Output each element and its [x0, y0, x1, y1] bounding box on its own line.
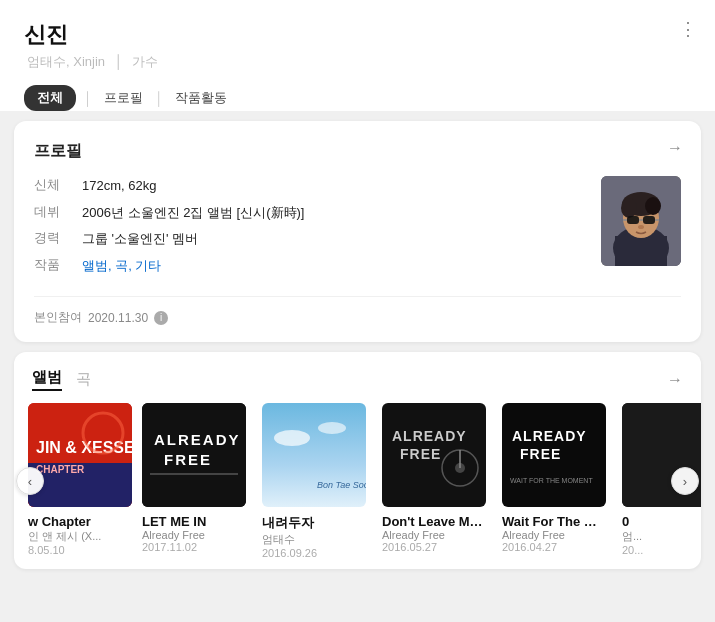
album-art-chapter: JIN & XESSE CHAPTER	[28, 403, 132, 507]
svg-point-23	[274, 430, 310, 446]
album-title-3: Don't Leave Me Now	[382, 514, 486, 529]
profile-value-body: 172cm, 62kg	[82, 176, 156, 196]
page: 신진 엄태수, Xinjin │ 가수 ⋮ 전체 │ 프로필 │ 작품활동 프로…	[0, 0, 715, 569]
album-art-dont-leave: ALREADY FREE	[382, 403, 486, 507]
svg-text:WAIT FOR THE MOMENT: WAIT FOR THE MOMENT	[510, 477, 593, 484]
svg-text:CHAPTER: CHAPTER	[36, 464, 85, 475]
album-title-2: 내려두자	[262, 514, 366, 532]
svg-point-24	[318, 422, 346, 434]
carousel-next-button[interactable]: ›	[671, 467, 699, 495]
profile-title: 프로필	[34, 141, 681, 162]
svg-rect-22	[262, 403, 366, 507]
tabs-bar: 전체 │ 프로필 │ 작품활동	[24, 85, 691, 111]
svg-text:Bon Tae Soo: Bon Tae Soo	[317, 480, 366, 490]
album-cover-1: ALREADY FREE	[142, 403, 246, 507]
album-cover-3: ALREADY FREE	[382, 403, 486, 507]
profile-self-info: 본인참여 2020.11.30 i	[34, 296, 681, 326]
svg-point-6	[645, 197, 661, 215]
album-carousel-wrapper: ‹ JIN & XESSE CHAPTER	[14, 403, 701, 559]
svg-text:FREE: FREE	[520, 446, 561, 462]
profile-info: 신체 172cm, 62kg 데뷔 2006년 소울엔진 2집 앨범 [신시(新…	[34, 176, 585, 282]
album-date-4: 2016.04.27	[502, 541, 606, 553]
svg-text:FREE: FREE	[164, 451, 212, 468]
tab-divider-2: │	[155, 91, 163, 106]
svg-point-5	[621, 198, 637, 218]
svg-rect-8	[643, 216, 655, 224]
profile-label-career: 경력	[34, 229, 72, 247]
album-date-2: 2016.09.26	[262, 547, 366, 559]
albums-section: 앨범 곡 → ‹ JIN & XESSE CHAPTER	[14, 352, 701, 569]
album-title-0: w Chapter	[28, 514, 126, 529]
list-item[interactable]: ALREADY FREE LET ME IN Already Free 2017…	[134, 403, 254, 559]
album-subtitle-2: 엄태수	[262, 532, 366, 547]
svg-text:ALREADY: ALREADY	[154, 431, 241, 448]
album-subtitle-5: 엄...	[622, 529, 701, 544]
header-section: 신진 엄태수, Xinjin │ 가수 ⋮ 전체 │ 프로필 │ 작품활동	[0, 0, 715, 111]
chapter-art-svg: JIN & XESSE CHAPTER	[28, 403, 132, 507]
albums-arrow-icon[interactable]: →	[667, 371, 683, 389]
album-title-4: Wait For The Moment	[502, 514, 606, 529]
profile-row-career: 경력 그룹 '소울엔진' 멤버	[34, 229, 585, 249]
artist-name: 신진	[24, 20, 691, 50]
profile-arrow-icon[interactable]: →	[667, 139, 683, 157]
svg-rect-2	[615, 236, 667, 266]
profile-photo-image	[601, 176, 681, 266]
profile-label-works: 작품	[34, 256, 72, 274]
info-icon: i	[154, 311, 168, 325]
album-subtitle-1: Already Free	[142, 529, 246, 541]
sky-art-svg: Bon Tae Soo	[262, 403, 366, 507]
profile-value-works[interactable]: 앨범, 곡, 기타	[82, 256, 161, 276]
album-title-5: 0	[622, 514, 701, 529]
carousel-prev-button[interactable]: ‹	[16, 467, 44, 495]
more-button[interactable]: ⋮	[679, 18, 697, 40]
albums-tabs: 앨범 곡	[32, 368, 91, 391]
svg-text:ALREADY: ALREADY	[512, 428, 587, 444]
list-item[interactable]: ALREADY FREE Don't Leave Me Now Already …	[374, 403, 494, 559]
svg-point-12	[638, 225, 644, 229]
self-info-label: 본인참여	[34, 309, 82, 326]
profile-row-debut: 데뷔 2006년 소울엔진 2집 앨범 [신시(新時)]	[34, 203, 585, 223]
profile-row-works: 작품 앨범, 곡, 기타	[34, 256, 585, 276]
profile-label-body: 신체	[34, 176, 72, 194]
artist-photo-svg	[601, 176, 681, 266]
profile-value-debut: 2006년 소울엔진 2집 앨범 [신시(新時)]	[82, 203, 304, 223]
dont-leave-art-svg: ALREADY FREE	[382, 403, 486, 507]
svg-rect-7	[627, 216, 639, 224]
list-item[interactable]: ALREADY FREE WAIT FOR THE MOMENT Wait Fo…	[494, 403, 614, 559]
let-me-in-art-svg: ALREADY FREE	[142, 403, 246, 507]
wait-for-art-svg: ALREADY FREE WAIT FOR THE MOMENT	[502, 403, 606, 507]
profile-photo	[601, 176, 681, 266]
album-date-1: 2017.11.02	[142, 541, 246, 553]
album-subtitle-4: Already Free	[502, 529, 606, 541]
tab-all[interactable]: 전체	[24, 85, 76, 111]
tab-works[interactable]: 작품활동	[171, 85, 231, 111]
profile-content: 신체 172cm, 62kg 데뷔 2006년 소울엔진 2집 앨범 [신시(新…	[34, 176, 681, 282]
artist-subtitle: 엄태수, Xinjin │ 가수	[24, 53, 691, 71]
profile-label-debut: 데뷔	[34, 203, 72, 221]
profile-card: 프로필 → 신체 172cm, 62kg 데뷔 2006년 소울엔진 2집 앨범…	[14, 121, 701, 342]
album-cover-4: ALREADY FREE WAIT FOR THE MOMENT	[502, 403, 606, 507]
album-tab-songs[interactable]: 곡	[76, 368, 91, 391]
tab-profile[interactable]: 프로필	[100, 85, 147, 111]
list-item[interactable]: Bon Tae Soo 내려두자 엄태수 2016.09.26	[254, 403, 374, 559]
self-info-date: 2020.11.30	[88, 311, 148, 325]
album-carousel: JIN & XESSE CHAPTER w Chapter 인 앤 제시 (X.…	[14, 403, 701, 559]
profile-row-body: 신체 172cm, 62kg	[34, 176, 585, 196]
album-tab-albums[interactable]: 앨범	[32, 368, 62, 391]
album-subtitle-0: 인 앤 제시 (X...	[28, 529, 126, 544]
album-cover-0: JIN & XESSE CHAPTER	[28, 403, 132, 507]
album-art-wait-for: ALREADY FREE WAIT FOR THE MOMENT	[502, 403, 606, 507]
album-date-3: 2016.05.27	[382, 541, 486, 553]
album-subtitle-3: Already Free	[382, 529, 486, 541]
svg-text:FREE: FREE	[400, 446, 441, 462]
album-art-let-me-in: ALREADY FREE	[142, 403, 246, 507]
svg-rect-21	[150, 473, 238, 475]
album-date-5: 20...	[622, 544, 701, 556]
svg-text:ALREADY: ALREADY	[392, 428, 467, 444]
album-art-naeryeoduja: Bon Tae Soo	[262, 403, 366, 507]
albums-header: 앨범 곡 →	[14, 368, 701, 403]
album-title-1: LET ME IN	[142, 514, 246, 529]
tab-divider-1: │	[84, 91, 92, 106]
profile-value-career: 그룹 '소울엔진' 멤버	[82, 229, 198, 249]
album-date-0: 8.05.10	[28, 544, 126, 556]
